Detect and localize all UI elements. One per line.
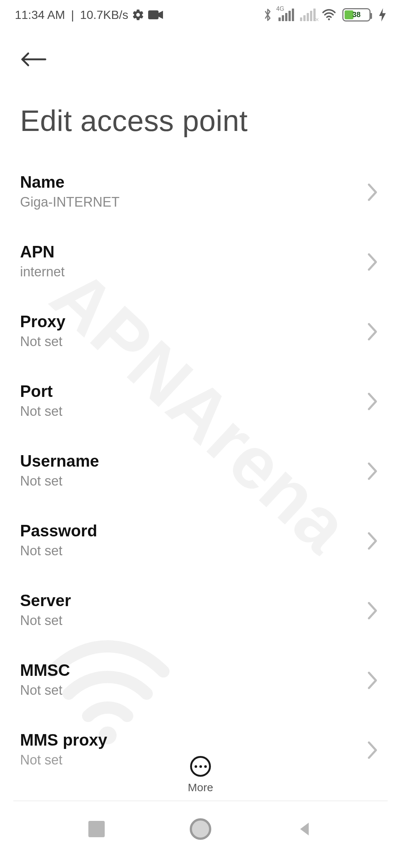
svg-rect-0 — [148, 10, 159, 19]
back-arrow-icon — [20, 50, 47, 69]
chevron-right-icon — [367, 531, 378, 549]
chevron-right-icon — [367, 671, 378, 688]
chevron-right-icon — [367, 601, 378, 619]
setting-value: Not set — [20, 543, 97, 559]
square-icon — [88, 821, 105, 837]
signal-sim2-nosim: ✕ — [300, 9, 316, 21]
setting-label: Username — [20, 452, 99, 470]
setting-label: Server — [20, 591, 71, 610]
triangle-back-icon — [296, 821, 313, 838]
status-time: 11:34 AM — [15, 8, 65, 22]
chevron-right-icon — [367, 392, 378, 410]
nav-recents-button[interactable] — [74, 807, 119, 851]
setting-row-port[interactable]: Port Not set — [0, 366, 401, 435]
nav-home-button[interactable] — [178, 807, 223, 851]
signal-4g-label: 4G — [276, 6, 284, 12]
chevron-right-icon — [367, 740, 378, 758]
setting-label: MMSC — [20, 661, 70, 680]
wifi-icon — [322, 9, 336, 21]
gear-icon — [132, 9, 144, 21]
page-title: Edit access point — [0, 78, 401, 145]
setting-value: Not set — [20, 404, 62, 419]
circle-icon — [190, 818, 211, 840]
setting-row-server[interactable]: Server Not set — [0, 575, 401, 645]
setting-label: Port — [20, 382, 62, 401]
battery-icon: 38 — [342, 8, 371, 22]
nav-back-button[interactable] — [282, 807, 327, 851]
camera-icon — [148, 10, 163, 20]
setting-label: MMS proxy — [20, 731, 107, 749]
setting-value: Not set — [20, 683, 70, 698]
chevron-right-icon — [367, 461, 378, 479]
setting-row-mms-proxy[interactable]: MMS proxy Not set — [0, 714, 401, 768]
setting-row-username[interactable]: Username Not set — [0, 435, 401, 505]
status-divider: | — [71, 8, 74, 22]
signal-sim1: 4G — [278, 9, 294, 21]
setting-value: Not set — [20, 473, 99, 489]
status-bar-right: 4G ✕ 38 — [263, 8, 386, 22]
status-net-speed: 10.7KB/s — [80, 8, 128, 22]
setting-label: APN — [20, 243, 65, 261]
settings-list: Name Giga-INTERNET APN internet Proxy No… — [0, 145, 401, 768]
setting-value: Giga-INTERNET — [20, 194, 120, 210]
battery-percent: 38 — [352, 10, 361, 19]
setting-value: internet — [20, 264, 65, 280]
setting-label: Proxy — [20, 312, 65, 331]
setting-value: Not set — [20, 613, 71, 628]
setting-row-mmsc[interactable]: MMSC Not set — [0, 645, 401, 714]
more-label: More — [188, 781, 213, 794]
setting-value: Not set — [20, 334, 65, 349]
setting-row-name[interactable]: Name Giga-INTERNET — [0, 157, 401, 226]
back-button[interactable] — [20, 45, 50, 74]
setting-label: Password — [20, 522, 97, 540]
setting-label: Name — [20, 173, 120, 191]
chevron-right-icon — [367, 252, 378, 270]
setting-row-password[interactable]: Password Not set — [0, 505, 401, 575]
system-nav-bar — [0, 801, 401, 868]
charging-bolt-icon — [376, 8, 386, 22]
svg-point-1 — [328, 18, 330, 20]
setting-row-proxy[interactable]: Proxy Not set — [0, 296, 401, 366]
chevron-right-icon — [367, 183, 378, 200]
status-bar: 11:34 AM | 10.7KB/s 4G ✕ 38 — [0, 0, 401, 30]
chevron-right-icon — [367, 322, 378, 340]
setting-row-apn[interactable]: APN internet — [0, 226, 401, 296]
status-bar-left: 11:34 AM | 10.7KB/s — [15, 8, 163, 22]
bluetooth-icon — [263, 8, 273, 22]
app-bar — [0, 30, 401, 78]
setting-value: Not set — [20, 752, 107, 768]
